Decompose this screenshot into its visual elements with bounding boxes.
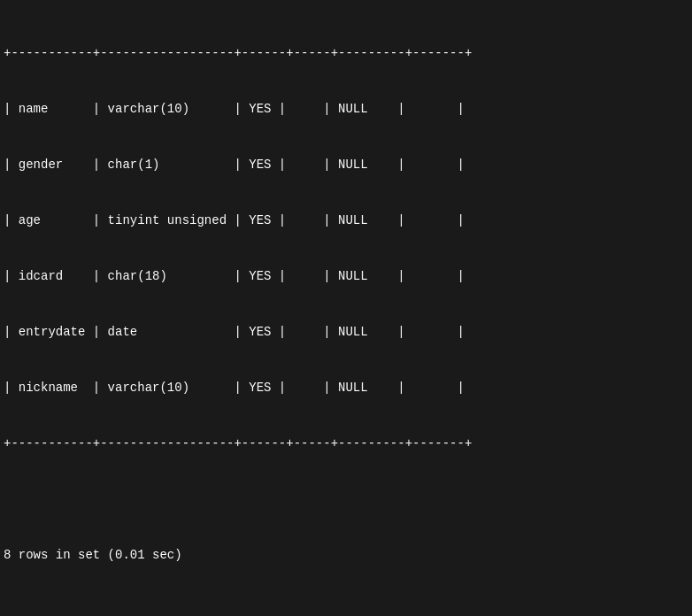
terminal-content: +-----------+------------------+------+-… (0, 0, 692, 616)
pre-separator-bottom: +-----------+------------------+------+-… (4, 435, 688, 453)
terminal-window: +-----------+------------------+------+-… (0, 0, 692, 616)
blank-line-2 (4, 602, 688, 616)
pre-row-age: | age | tinyint unsigned | YES | | NULL … (4, 212, 688, 230)
pre-row-nickname: | nickname | varchar(10) | YES | | NULL … (4, 379, 688, 397)
pre-separator-top: +-----------+------------------+------+-… (4, 44, 688, 63)
pre-rows-info: 8 rows in set (0.01 sec) (4, 546, 688, 565)
pre-row-name: | name | varchar(10) | YES | | NULL | | (4, 100, 688, 119)
blank-line-1 (4, 490, 688, 509)
pre-row-idcard: | idcard | char(18) | YES | | NULL | | (4, 267, 688, 286)
pre-row-gender: | gender | char(1) | YES | | NULL | | (4, 156, 688, 174)
pre-row-entrydate: | entrydate | date | YES | | NULL | | (4, 323, 688, 342)
